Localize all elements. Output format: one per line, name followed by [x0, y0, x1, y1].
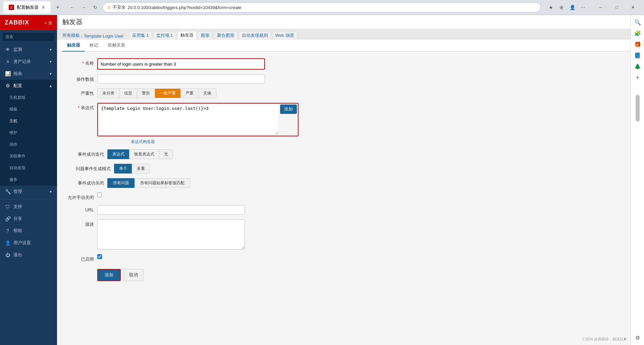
right-add-icon[interactable]: + [634, 73, 641, 83]
sidebar-item-templates[interactable]: 模板 [0, 104, 57, 115]
right-book-icon[interactable]: 📘 [633, 51, 642, 60]
url-input[interactable] [97, 205, 245, 215]
sidebar-item-reports[interactable]: 📊 报表 ▼ [0, 68, 57, 80]
name-input[interactable] [99, 60, 264, 68]
opdata-input[interactable] [97, 74, 265, 84]
manual-close-checkbox[interactable] [97, 193, 102, 197]
profile-btn[interactable]: 👤 [568, 3, 577, 12]
enabled-row: 已启用 [67, 254, 621, 262]
sidebar-item-hostgroups[interactable]: 主机群组 [0, 92, 57, 104]
services-label: 服务 [9, 177, 17, 183]
tab-close-btn[interactable]: ✕ [41, 5, 45, 10]
ok-close-label: 事件成功关闭 [67, 178, 104, 186]
search-input[interactable] [3, 33, 54, 41]
cancel-btn[interactable]: 取消 [123, 269, 144, 281]
browser-tab[interactable]: Z 配置触发器 ✕ [3, 1, 51, 13]
sidebar-item-hosts[interactable]: 主机 [0, 115, 57, 127]
maximize-btn[interactable]: □ [609, 2, 625, 13]
breadcrumb-graph[interactable]: 图形 [198, 31, 213, 39]
expression-label: 表达式 [67, 103, 94, 111]
right-search-icon[interactable]: 🔍 [633, 18, 642, 27]
top-nav: 触发器 [57, 15, 631, 29]
sidebar-item-management[interactable]: 🔧 管理 ▼ [0, 186, 57, 198]
sidebar-item-logout[interactable]: ⏻ 退出 [0, 249, 57, 261]
user-settings-label: 用户设置 [13, 240, 31, 246]
address-bar[interactable]: ⚠ 不安全 20.0.0.100/zabbix/triggers.php?hos… [103, 2, 541, 12]
forward-btn[interactable]: → [79, 3, 89, 12]
refresh-btn[interactable]: ↻ [91, 3, 100, 12]
severity-row: 严重性 未分类 信息 警告 一般严重 严重 灾难 [67, 88, 621, 98]
breadcrumb-all-templates[interactable]: 所有模板 [62, 32, 80, 39]
breadcrumb-template-name[interactable]: Template Login User [84, 33, 124, 39]
breadcrumb-monitor[interactable]: 监控项 1 [153, 31, 176, 39]
favorites-btn[interactable]: ★ [546, 3, 555, 12]
enabled-checkbox[interactable] [97, 254, 102, 259]
help-icon: ? [5, 228, 11, 233]
more-btn[interactable]: ⋯ [578, 3, 588, 12]
right-tree-icon[interactable]: 🌲 [633, 62, 642, 71]
tab-trigger[interactable]: 触发器 [62, 40, 85, 52]
config-arrow: ▲ [49, 84, 52, 88]
config-label: 配置 [13, 83, 22, 89]
enabled-label: 已启用 [67, 254, 94, 262]
right-gift-icon[interactable]: 🎁 [633, 40, 642, 49]
problem-mode-btn-multiple[interactable]: 多重 [132, 164, 150, 174]
severity-btn-disaster[interactable]: 灾难 [199, 89, 216, 98]
severity-btn-info[interactable]: 信息 [119, 89, 137, 98]
breadcrumb-web[interactable]: Web 场景 [272, 31, 297, 39]
opdata-row: 操作数据 [67, 74, 621, 84]
sidebar-item-monitoring[interactable]: 👁 监测 ▼ [0, 44, 57, 56]
sidebar-item-help[interactable]: ? 帮助 [0, 225, 57, 237]
severity-btn-unclassified[interactable]: 未分类 [98, 89, 119, 98]
problem-mode-btn-single[interactable]: 单个 [114, 164, 132, 174]
hostgroups-label: 主机群组 [9, 95, 25, 100]
logo-controls: « ⊞ [44, 20, 52, 25]
right-extensions-icon[interactable]: 🧩 [633, 29, 642, 38]
description-textarea[interactable] [97, 219, 245, 250]
sidebar-item-maintenance[interactable]: 维护 [0, 127, 57, 139]
ok-event-btn-recovery[interactable]: 恢复表达式 [129, 149, 159, 159]
severity-btn-high[interactable]: 严重 [181, 89, 199, 98]
scroll-thumb[interactable] [636, 95, 640, 122]
breadcrumb-appset[interactable]: 应用集 1 [129, 31, 152, 39]
breadcrumb-discovery[interactable]: 自动发现规则 [239, 31, 271, 39]
sidebar-item-config[interactable]: ⚙ 配置 ▲ [0, 80, 57, 92]
sidebar-item-discovery[interactable]: 自动发现 [0, 162, 57, 174]
main-content: 触发器 所有模板 / Template Login User 应用集 1 监控项… [57, 15, 631, 345]
severity-btn-warning[interactable]: 警告 [137, 89, 155, 98]
right-settings-icon[interactable]: ⚙ [634, 333, 641, 342]
sidebar-item-corr-events[interactable]: 关联事件 [0, 150, 57, 162]
severity-btn-average[interactable]: 一般严重 [155, 89, 181, 98]
sidebar-item-services[interactable]: 服务 [0, 174, 57, 186]
sidebar-item-assets[interactable]: ≡ 资产记录 ▼ [0, 56, 57, 68]
sidebar-item-actions[interactable]: 动作 [0, 139, 57, 150]
ok-event-btn-expression[interactable]: 表达式 [107, 149, 129, 159]
tab-favicon: Z [9, 5, 14, 10]
minimize-btn[interactable]: ─ [593, 2, 608, 13]
management-label: 管理 [13, 189, 22, 195]
ok-event-btn-none[interactable]: 无 [159, 149, 173, 159]
submit-add-btn[interactable]: 添加 [97, 269, 121, 281]
ok-close-btn-all[interactable]: 所有问题 [107, 178, 135, 188]
problem-mode-label: 问题事件生成模式 [67, 164, 111, 172]
extensions-btn[interactable]: ⊕ [557, 3, 566, 12]
back-btn[interactable]: ← [68, 3, 77, 12]
tab-dependency[interactable]: 依赖关系 [103, 40, 130, 52]
breadcrumb-aggregate[interactable]: 聚合图形 [214, 31, 237, 39]
collapse-icon[interactable]: « [44, 20, 47, 25]
tab-notes[interactable]: 标记 [85, 40, 103, 52]
new-tab-btn[interactable]: + [53, 3, 62, 12]
fullscreen-icon[interactable]: ⊞ [48, 20, 52, 25]
add-expression-btn[interactable]: 添加 [280, 105, 297, 114]
close-btn[interactable]: ✕ [625, 2, 641, 13]
expression-row: 表达式 {Template Login User:login.user.last… [67, 103, 621, 136]
nav-tabs-container: 所有模板 / Template Login User 应用集 1 监控项 1 触… [57, 29, 631, 40]
expression-builder-link[interactable]: 表达式构造器 [131, 139, 155, 145]
ok-close-btn-tag[interactable]: 所有问题如果标签值匹配 [135, 178, 190, 188]
expression-textarea[interactable]: {Template Login User:login.user.last()}>… [99, 105, 278, 135]
sidebar-item-share[interactable]: 🔗 分享 [0, 213, 57, 225]
right-panel: 🔍 🧩 🎁 📘 🌲 + ⚙ [631, 15, 644, 345]
problem-mode-row: 问题事件生成模式 单个 多重 [67, 164, 621, 174]
sidebar-item-support[interactable]: 🛡 支持 [0, 201, 57, 213]
sidebar-item-user-settings[interactable]: 👤 用户设置 [0, 237, 57, 249]
